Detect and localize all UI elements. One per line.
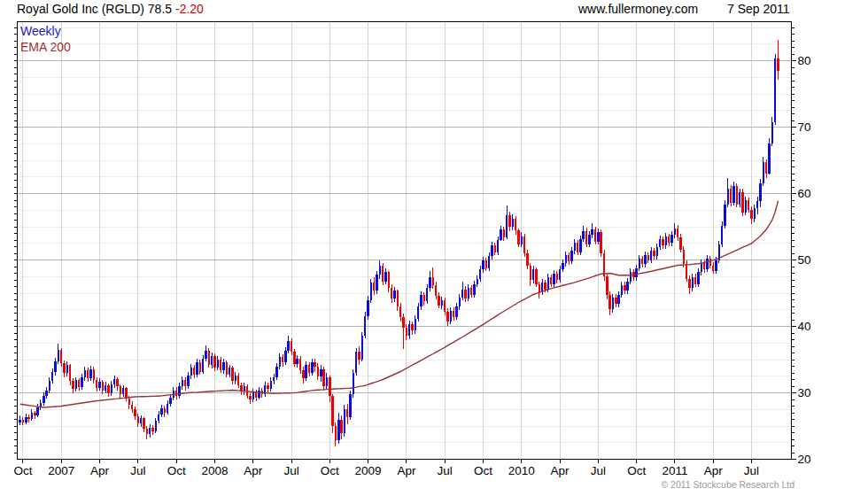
- copyright-notice: © 2011 Stockcube Research Ltd: [661, 479, 794, 490]
- x-axis-tick-label: Oct: [321, 464, 339, 477]
- page-title: Royal Gold Inc (RGLD) 78.5 -2.20: [17, 2, 204, 16]
- y-axis-tick-label: 20: [798, 453, 811, 466]
- x-axis-tick-label: 2007: [48, 464, 74, 477]
- x-axis-tick-label: Oct: [167, 464, 186, 477]
- x-axis-tick-label: Apr: [551, 464, 570, 477]
- legend-timeframe: Weekly: [20, 24, 61, 38]
- x-axis-tick-label: Apr: [244, 464, 263, 477]
- x-axis-tick-label: 2009: [355, 464, 382, 477]
- x-axis-tick-label: Jul: [744, 464, 759, 477]
- x-axis-tick-label: 2008: [201, 464, 228, 477]
- x-axis-tick-label: Apr: [90, 464, 110, 477]
- instrument-name-and-price: Royal Gold Inc (RGLD) 78.5: [17, 2, 172, 16]
- x-axis-tick-label: Oct: [627, 464, 646, 477]
- x-axis-tick-label: Apr: [704, 464, 724, 477]
- site-label: www.fullermoney.com: [578, 2, 698, 16]
- x-axis-tick-label: Oct: [13, 464, 32, 477]
- x-axis-tick-label: 2011: [662, 464, 687, 477]
- x-axis-tick-label: Jul: [130, 464, 145, 477]
- y-axis-tick-label: 80: [798, 54, 811, 67]
- x-axis-tick-label: Jul: [591, 464, 606, 477]
- chart-canvas: 20304050607080Oct2007AprJulOct2008AprJul…: [0, 0, 868, 496]
- legend-ema-200: EMA 200: [20, 40, 71, 54]
- y-axis-tick-label: 60: [798, 187, 811, 200]
- x-axis-tick-label: Jul: [438, 464, 453, 477]
- y-axis-tick-label: 30: [798, 386, 811, 399]
- y-axis-tick-label: 40: [798, 320, 811, 333]
- x-axis-tick-label: Apr: [397, 464, 416, 477]
- y-axis-tick-label: 70: [798, 120, 811, 134]
- price-chart: 20304050607080Oct2007AprJulOct2008AprJul…: [0, 0, 868, 496]
- x-axis-tick-label: Jul: [283, 464, 298, 477]
- x-axis-tick-label: 2010: [508, 464, 535, 477]
- price-change: -2.20: [175, 2, 204, 16]
- date-label: 7 Sep 2011: [727, 2, 790, 16]
- y-axis-tick-label: 50: [798, 253, 811, 267]
- x-axis-tick-label: Oct: [474, 464, 492, 477]
